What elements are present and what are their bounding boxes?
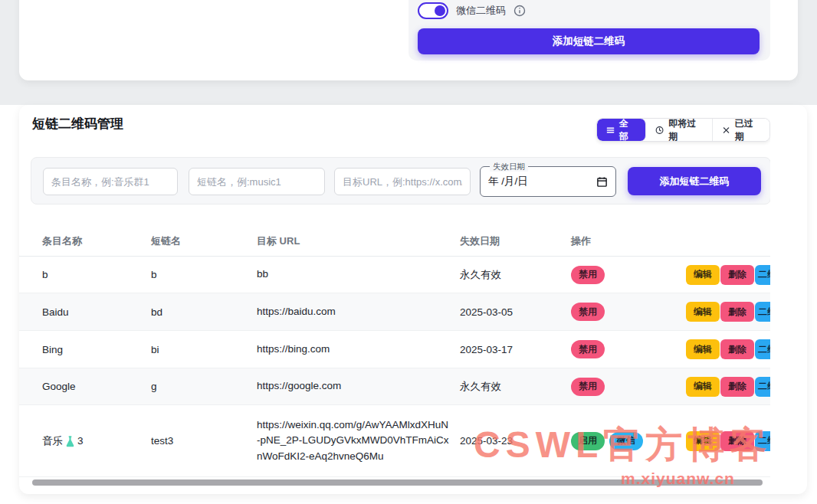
actions-cell: 编辑删除二维码: [686, 377, 770, 397]
edit-button[interactable]: 编辑: [686, 377, 720, 397]
delete-button[interactable]: 删除: [720, 377, 754, 397]
short-link-name-input[interactable]: [189, 168, 325, 195]
short-link-name: b: [151, 269, 257, 280]
target-url-input[interactable]: [334, 168, 471, 195]
table-row: b b bb 永久有效 禁用 编辑删除二维码: [19, 257, 770, 293]
actions-cell: 编辑删除二维码: [686, 265, 770, 285]
expiry-date: 永久有效: [460, 380, 571, 394]
entry-name: Bing: [42, 344, 151, 355]
edit-button[interactable]: 编辑: [686, 265, 720, 285]
entry-name: b: [42, 269, 151, 280]
entry-name: Google: [42, 381, 151, 392]
expiry-date-label: 失效日期: [490, 161, 528, 172]
add-short-link-qrcode-button-secondary[interactable]: 添加短链二维码: [628, 167, 761, 195]
list-icon: [606, 126, 615, 135]
status-cell: 禁用: [571, 340, 686, 358]
qrcode-button[interactable]: 二维码: [755, 431, 770, 451]
wechat-badge: 微信: [609, 432, 643, 450]
info-icon[interactable]: [513, 5, 526, 17]
short-link-name: g: [151, 381, 257, 392]
delete-button[interactable]: 删除: [720, 431, 754, 451]
target-url: https://baidu.com: [257, 304, 460, 319]
target-url: https://weixin.qq.com/g/AwYAAMlxdXHuN-pN…: [257, 417, 460, 464]
wechat-qrcode-toggle[interactable]: [418, 2, 448, 19]
close-icon: [722, 126, 730, 135]
table-row: Google g https://google.com 永久有效 禁用 编辑删除…: [19, 368, 770, 405]
entry-name: 音乐3: [42, 434, 151, 448]
tab-all[interactable]: 全部: [597, 119, 646, 141]
disabled-badge[interactable]: 禁用: [571, 303, 605, 321]
column-header: 操作: [571, 234, 686, 248]
expiry-date: 2025-03-23: [460, 435, 571, 447]
target-url: bb: [257, 267, 460, 282]
column-header: 目标 URL: [257, 234, 460, 248]
target-url: https://bing.com: [257, 342, 460, 357]
entry-name: Baidu: [42, 306, 151, 318]
table-header-row: 条目名称短链名目标 URL失效日期操作: [19, 226, 770, 257]
expiry-date-input[interactable]: 失效日期 年 /月/日: [480, 166, 616, 197]
filter-panel: 失效日期 年 /月/日 添加短链二维码: [31, 157, 770, 205]
add-qrcode-form-panel: 微信二维码 添加短链二维码: [408, 0, 770, 61]
table-row: Baidu bd https://baidu.com 2025-03-05 禁用…: [19, 293, 770, 331]
tab-all-label: 全部: [619, 118, 636, 142]
actions-cell: 编辑删除二维码: [686, 339, 770, 359]
short-link-name: bd: [151, 306, 257, 318]
filter-tabs: 全部 即将过期 已过期: [596, 118, 770, 142]
tab-expired[interactable]: 已过期: [713, 119, 769, 141]
expiry-date: 2025-03-05: [460, 306, 571, 318]
delete-button[interactable]: 删除: [720, 265, 754, 285]
edit-button[interactable]: 编辑: [686, 431, 720, 451]
column-header: 失效日期: [460, 234, 571, 248]
horizontal-scrollbar[interactable]: [32, 479, 763, 486]
wechat-qrcode-toggle-label: 微信二维码: [456, 4, 506, 18]
entry-name-input[interactable]: [43, 168, 178, 195]
qrcode-button[interactable]: 二维码: [755, 377, 770, 397]
tab-expiring-soon-label: 即将过期: [668, 118, 702, 142]
qrcode-button[interactable]: 二维码: [755, 265, 770, 285]
disabled-badge[interactable]: 禁用: [571, 378, 605, 396]
calendar-icon[interactable]: [596, 176, 608, 188]
delete-button[interactable]: 删除: [720, 302, 754, 322]
edit-button[interactable]: 编辑: [686, 339, 720, 359]
enabled-badge[interactable]: 启用: [571, 432, 605, 450]
actions-cell: 编辑删除二维码: [686, 302, 770, 322]
page-title: 短链二维码管理: [32, 115, 123, 133]
qrcode-button[interactable]: 二维码: [755, 302, 770, 322]
short-link-name: bi: [151, 344, 257, 355]
add-qrcode-card: 微信二维码 添加短链二维码: [19, 0, 798, 80]
expiry-date: 2025-03-17: [460, 344, 571, 355]
tab-expired-label: 已过期: [735, 118, 760, 142]
qrcode-manager-card: 短链二维码管理 全部 即将过期 已过期: [19, 105, 807, 494]
actions-cell: 编辑删除二维码: [686, 431, 770, 451]
status-cell: 启用微信: [571, 432, 686, 450]
edit-button[interactable]: 编辑: [686, 302, 720, 322]
target-url: https://google.com: [257, 378, 460, 394]
status-cell: 禁用: [571, 303, 686, 321]
expiry-date-value: 年 /月/日: [488, 175, 596, 188]
delete-button[interactable]: 删除: [720, 339, 754, 359]
tab-expiring-soon[interactable]: 即将过期: [646, 119, 713, 141]
qrcode-button[interactable]: 二维码: [755, 339, 770, 359]
status-cell: 禁用: [571, 378, 686, 396]
toggle-knob: [435, 5, 445, 16]
disabled-badge[interactable]: 禁用: [571, 266, 605, 284]
column-header: 条目名称: [42, 234, 151, 248]
add-short-link-qrcode-button[interactable]: 添加短链二维码: [418, 28, 760, 54]
table-row: 音乐3 test3 https://weixin.qq.com/g/AwYAAM…: [19, 405, 770, 477]
disabled-badge[interactable]: 禁用: [571, 340, 605, 358]
status-cell: 禁用: [571, 266, 686, 284]
qrcode-table: 条目名称短链名目标 URL失效日期操作 b b bb 永久有效 禁用 编辑删除二…: [19, 226, 770, 477]
clock-icon: [655, 126, 664, 135]
short-link-name: test3: [151, 435, 257, 447]
flask-icon: [64, 435, 76, 447]
expiry-date: 永久有效: [460, 268, 571, 282]
column-header: 短链名: [151, 234, 257, 248]
table-row: Bing bi https://bing.com 2025-03-17 禁用 编…: [19, 331, 770, 368]
